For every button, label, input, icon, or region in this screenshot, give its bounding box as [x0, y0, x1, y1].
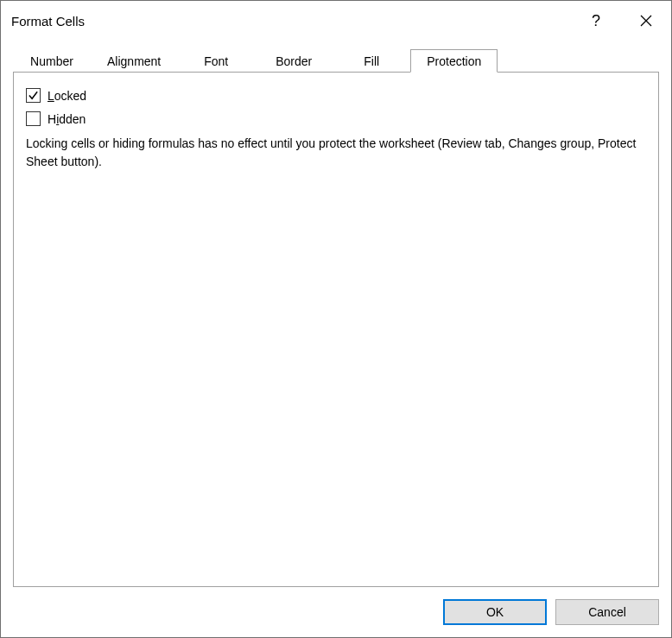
- ok-button-label: OK: [486, 605, 504, 619]
- help-button[interactable]: ?: [571, 1, 621, 41]
- hidden-checkbox-row[interactable]: Hidden: [26, 111, 646, 126]
- tab-protection[interactable]: Protection: [410, 49, 498, 73]
- cancel-button-label: Cancel: [588, 605, 626, 619]
- dialog-button-row: OK Cancel: [1, 587, 671, 637]
- titlebar-buttons: ?: [571, 1, 671, 41]
- cancel-button[interactable]: Cancel: [555, 599, 659, 625]
- tab-label: Protection: [427, 54, 481, 68]
- tab-label: Fill: [364, 54, 379, 68]
- hidden-label: Hidden: [48, 112, 86, 126]
- tab-font[interactable]: Font: [177, 49, 255, 73]
- tab-fill[interactable]: Fill: [333, 49, 410, 73]
- locked-label: Locked: [48, 89, 86, 103]
- tab-number[interactable]: Number: [13, 49, 91, 73]
- tab-label: Font: [204, 54, 228, 68]
- locked-checkbox-row[interactable]: Locked: [26, 88, 646, 103]
- tab-label: Alignment: [107, 54, 161, 68]
- tab-alignment[interactable]: Alignment: [91, 49, 177, 73]
- close-button[interactable]: [621, 1, 671, 41]
- tab-border[interactable]: Border: [255, 49, 333, 73]
- close-icon: [640, 15, 652, 27]
- help-icon: ?: [592, 12, 600, 30]
- dialog-title: Format Cells: [11, 14, 571, 28]
- hidden-checkbox[interactable]: [26, 111, 41, 126]
- tabs-row: Number Alignment Font Border Fill Protec…: [13, 49, 659, 73]
- content-area: Number Alignment Font Border Fill Protec…: [1, 41, 671, 587]
- tab-label: Border: [276, 54, 312, 68]
- format-cells-dialog: Format Cells ? Number Alignment Font: [0, 0, 672, 638]
- checkmark-icon: [28, 90, 39, 101]
- ok-button[interactable]: OK: [443, 599, 547, 625]
- tab-label: Number: [30, 54, 73, 68]
- titlebar: Format Cells ?: [1, 1, 671, 41]
- protection-info-text: Locking cells or hiding formulas has no …: [26, 135, 646, 171]
- locked-checkbox[interactable]: [26, 88, 41, 103]
- protection-panel: Locked Hidden Locking cells or hiding fo…: [13, 72, 659, 587]
